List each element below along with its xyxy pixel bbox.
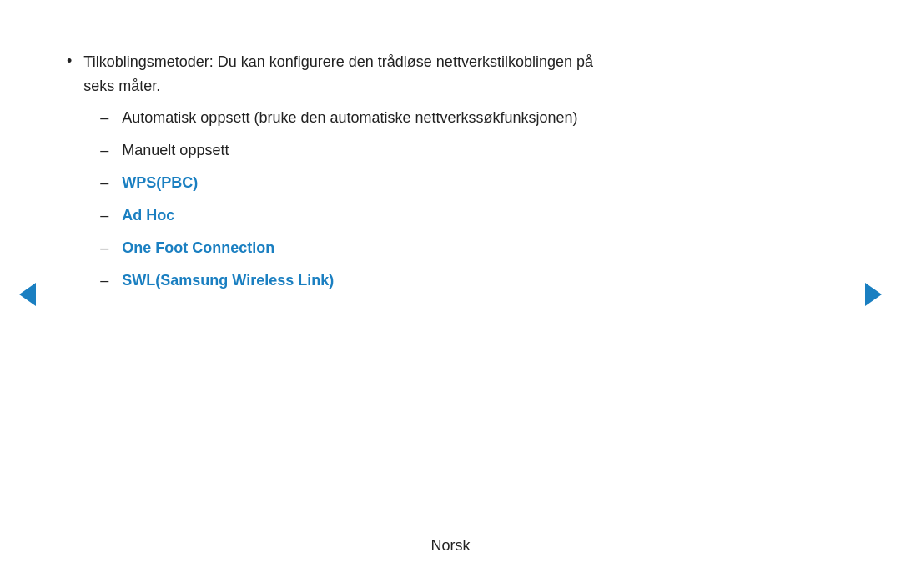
one-foot-connection-link[interactable]: One Foot Connection: [122, 237, 274, 259]
bullet-text-block: Tilkoblingsmetoder: Du kan konfigurere d…: [83, 50, 593, 302]
list-item: – Automatisk oppsett (bruke den automati…: [100, 107, 593, 129]
list-item: – Ad Hoc: [100, 204, 593, 227]
list-item: – One Foot Connection: [100, 237, 593, 259]
wps-pbc-link[interactable]: WPS(PBC): [122, 172, 198, 194]
sub-dash: –: [100, 109, 108, 127]
sub-dash: –: [100, 174, 108, 192]
list-item: – WPS(PBC): [100, 172, 593, 194]
bullet-main-text-cont: seks måter.: [83, 78, 160, 94]
sub-dash: –: [100, 239, 108, 257]
list-item: – SWL(Samsung Wireless Link): [100, 269, 593, 292]
content-area: • Tilkoblingsmetoder: Du kan konfigurere…: [67, 33, 834, 537]
sub-list: – Automatisk oppsett (bruke den automati…: [100, 107, 593, 292]
sub-dash: –: [100, 272, 108, 289]
footer: Norsk: [67, 537, 834, 563]
sub-dash: –: [100, 207, 108, 224]
list-item: • Tilkoblingsmetoder: Du kan konfigurere…: [67, 50, 834, 302]
adhoc-link[interactable]: Ad Hoc: [122, 204, 174, 227]
main-content: • Tilkoblingsmetoder: Du kan konfigurere…: [0, 0, 901, 588]
swl-link[interactable]: SWL(Samsung Wireless Link): [122, 269, 334, 292]
list-item: – Manuelt oppsett: [100, 139, 593, 162]
manual-setup-item: Manuelt oppsett: [122, 139, 229, 162]
auto-setup-item: Automatisk oppsett (bruke den automatisk…: [122, 107, 577, 129]
language-label: Norsk: [430, 537, 470, 554]
bullet-main-text: Tilkoblingsmetoder: Du kan konfigurere d…: [83, 53, 593, 70]
bullet-dot: •: [67, 53, 72, 70]
sub-dash: –: [100, 142, 108, 159]
bullet-list: • Tilkoblingsmetoder: Du kan konfigurere…: [67, 50, 834, 307]
